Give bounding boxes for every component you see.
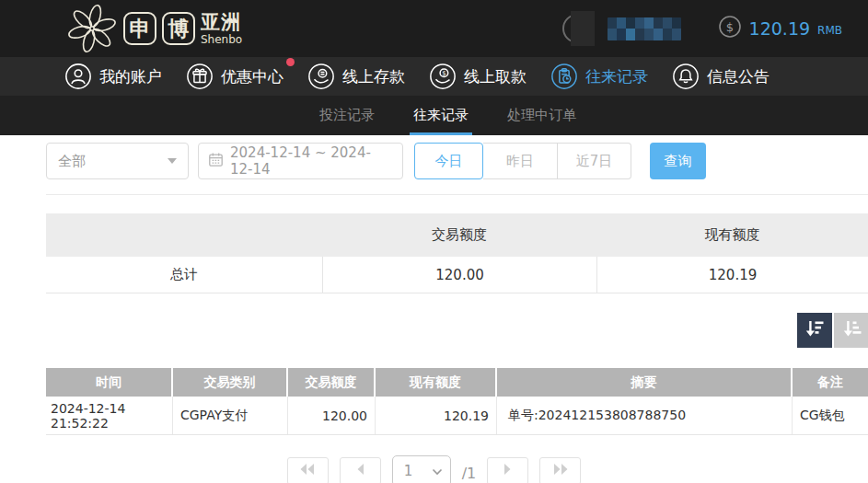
cell-time: 2024-12-14 21:52:22 bbox=[46, 397, 173, 434]
site-logo[interactable]: 申 博 亚洲 Shenbo bbox=[66, 3, 242, 54]
nav-label: 往来记录 bbox=[585, 66, 648, 87]
summary-header-current-amount: 现有额度 bbox=[596, 226, 868, 244]
nav-item-deposit[interactable]: 线上存款 bbox=[307, 63, 405, 90]
sort-descending-button[interactable] bbox=[797, 313, 832, 348]
balance-currency: RMB bbox=[817, 24, 842, 37]
double-chevron-right-icon bbox=[551, 462, 570, 480]
table-row: 2024-12-14 21:52:22 CGPAY支付 120.00 120.1… bbox=[46, 397, 868, 435]
logo-char-bo: 博 bbox=[162, 12, 195, 45]
page: 申 博 亚洲 Shenbo $ bbox=[0, 0, 868, 483]
notification-dot-badge bbox=[286, 58, 295, 66]
sort-ascending-icon bbox=[841, 317, 863, 343]
section-divider bbox=[46, 194, 868, 195]
nav-label: 线上取款 bbox=[464, 66, 527, 87]
gift-icon bbox=[186, 63, 214, 90]
balance-display: $ 120.19 RMB bbox=[718, 15, 842, 42]
nav-label: 优惠中心 bbox=[221, 66, 284, 87]
logo-char-shen: 申 bbox=[123, 12, 156, 45]
nav-item-promotions[interactable]: 优惠中心 bbox=[186, 63, 284, 90]
page-select-value: 1 bbox=[404, 463, 413, 479]
nav-label: 信息公告 bbox=[707, 66, 770, 87]
summary-table: 交易额度 现有额度 总计 120.00 120.19 bbox=[46, 213, 868, 293]
masked-username bbox=[608, 17, 681, 40]
type-select[interactable]: 全部 bbox=[46, 143, 189, 179]
pagination: 1 /1 bbox=[0, 457, 868, 483]
cell-note: CG钱包 bbox=[793, 397, 868, 434]
quick-date-group: 今日 昨日 近7日 bbox=[414, 143, 631, 179]
search-button[interactable]: 查询 bbox=[650, 143, 706, 179]
header-time: 时间 bbox=[46, 368, 173, 397]
cell-summary: 单号:202412153808788750 bbox=[497, 397, 793, 434]
user-icon bbox=[64, 63, 92, 90]
cell-transaction-amount: 120.00 bbox=[288, 397, 376, 434]
balance-amount: 120.19 bbox=[749, 18, 810, 39]
svg-text:$: $ bbox=[725, 20, 733, 34]
records-table: 时间 交易类别 交易额度 现有额度 摘要 备注 2024-12-14 21:52… bbox=[46, 368, 868, 435]
header-summary: 摘要 bbox=[497, 368, 793, 397]
sub-nav: 投注记录 往来记录 处理中订单 bbox=[0, 96, 868, 135]
nav-label: 线上存款 bbox=[342, 66, 405, 87]
main-nav: 我的账户 优惠中心 bbox=[0, 57, 868, 96]
summary-total-label: 总计 bbox=[46, 266, 322, 283]
double-chevron-left-icon bbox=[298, 462, 317, 480]
summary-transaction-amount: 120.00 bbox=[322, 257, 596, 293]
dollar-coin-icon: $ bbox=[718, 15, 742, 42]
summary-total-row: 总计 120.00 120.19 bbox=[46, 257, 868, 293]
deposit-icon bbox=[307, 63, 335, 90]
user-area: $ 120.19 RMB bbox=[560, 0, 842, 57]
chevron-right-icon bbox=[503, 462, 514, 480]
last-page-button[interactable] bbox=[539, 457, 581, 483]
summary-current-amount: 120.19 bbox=[596, 257, 868, 293]
header-type: 交易类别 bbox=[173, 368, 288, 397]
logo-subtitle: Shenbo bbox=[201, 34, 242, 45]
nav-item-announcements[interactable]: 信息公告 bbox=[672, 63, 770, 90]
summary-header-transaction-amount: 交易额度 bbox=[322, 226, 596, 244]
records-header-row: 时间 交易类别 交易额度 现有额度 摘要 备注 bbox=[46, 368, 868, 397]
date-range-value: 2024-12-14 ~ 2024-12-14 bbox=[230, 144, 393, 178]
nav-label: 我的账户 bbox=[99, 66, 162, 87]
cell-type: CGPAY支付 bbox=[173, 397, 288, 434]
summary-header-row: 交易额度 现有额度 bbox=[46, 213, 868, 257]
chevron-down-icon bbox=[432, 463, 443, 479]
tab-betting-records[interactable]: 投注记录 bbox=[319, 96, 375, 135]
svg-text:$: $ bbox=[442, 69, 446, 77]
header-current-amount: 现有额度 bbox=[376, 368, 497, 397]
nav-item-withdraw[interactable]: $ 线上取款 bbox=[429, 63, 527, 90]
header-transaction-amount: 交易额度 bbox=[288, 368, 376, 397]
bell-icon bbox=[672, 63, 700, 90]
calendar-icon bbox=[208, 152, 224, 171]
today-button[interactable]: 今日 bbox=[414, 143, 483, 179]
withdraw-icon: $ bbox=[429, 63, 457, 90]
next-page-button[interactable] bbox=[487, 457, 528, 483]
yesterday-button[interactable]: 昨日 bbox=[483, 143, 558, 179]
tab-transaction-records[interactable]: 往来记录 bbox=[413, 96, 469, 135]
page-select[interactable]: 1 bbox=[392, 455, 451, 483]
last7days-button[interactable]: 近7日 bbox=[558, 143, 631, 179]
top-bar: 申 博 亚洲 Shenbo $ bbox=[0, 0, 868, 57]
nav-item-transaction-records[interactable]: 往来记录 bbox=[550, 63, 648, 90]
sort-ascending-button[interactable] bbox=[834, 313, 868, 348]
chevron-down-icon bbox=[168, 158, 177, 164]
first-page-button[interactable] bbox=[287, 457, 329, 483]
chevron-left-icon bbox=[354, 462, 365, 480]
total-pages-label: /1 bbox=[462, 465, 477, 482]
header-note: 备注 bbox=[793, 368, 868, 397]
filter-bar: 全部 2024-12-14 ~ 2024-12-14 今日 昨日 近7日 查询 bbox=[46, 143, 706, 179]
logo-region: 亚洲 bbox=[201, 13, 242, 32]
type-select-value: 全部 bbox=[58, 153, 86, 170]
sort-controls bbox=[797, 313, 868, 348]
prev-page-button[interactable] bbox=[340, 457, 381, 483]
nav-item-my-account[interactable]: 我的账户 bbox=[64, 63, 162, 90]
avatar[interactable] bbox=[560, 11, 595, 46]
date-range-input[interactable]: 2024-12-14 ~ 2024-12-14 bbox=[198, 143, 403, 179]
cell-current-amount: 120.19 bbox=[376, 397, 497, 434]
flower-logo-icon bbox=[66, 3, 118, 54]
tab-processing-orders[interactable]: 处理中订单 bbox=[507, 96, 576, 135]
avatar-blur-patch bbox=[571, 11, 595, 46]
sort-descending-icon bbox=[804, 317, 826, 343]
records-icon bbox=[550, 63, 578, 90]
